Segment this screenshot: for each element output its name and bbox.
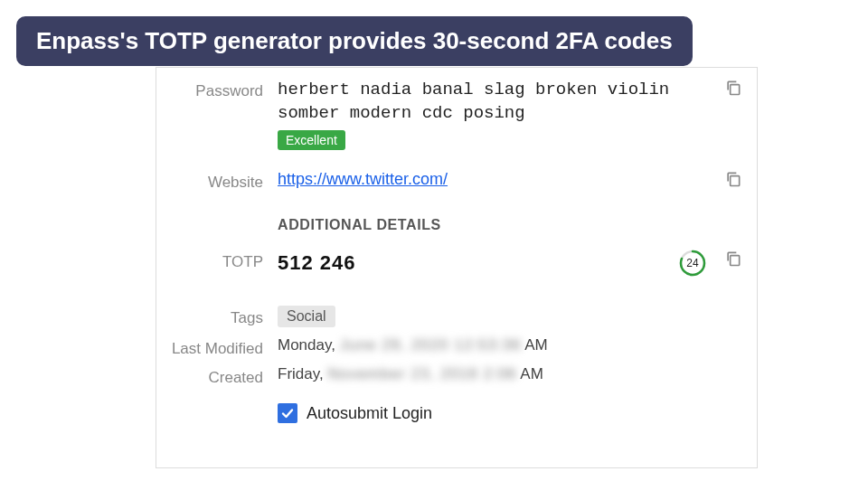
additional-details-section: ADDITIONAL DETAILS [156, 199, 757, 244]
tags-row: Tags Social [156, 300, 757, 333]
tag-chip[interactable]: Social [278, 306, 335, 327]
totp-row: TOTP 512 246 24 [156, 244, 757, 282]
website-row: Website https://www.twitter.com/ [156, 165, 757, 197]
last-modified-obscured: June 29, 2020 12:53:36 [340, 336, 522, 354]
tags-label: Tags [156, 306, 263, 327]
totp-value-col: 512 246 24 [278, 250, 710, 277]
created-value: Friday, November 23, 2018 2:06 AM [278, 365, 710, 383]
autosubmit-checkbox[interactable] [278, 403, 297, 423]
totp-code: 512 246 [278, 251, 356, 275]
password-value-col: herbert nadia banal slag broken violin s… [278, 79, 710, 150]
website-label: Website [156, 170, 263, 192]
strength-badge: Excellent [278, 130, 345, 150]
last-modified-row: Last Modified Monday, June 29, 2020 12:5… [156, 333, 757, 362]
additional-details-heading: ADDITIONAL DETAILS [278, 217, 710, 233]
autosubmit-row: Autosubmit Login [278, 403, 757, 423]
svg-rect-1 [731, 176, 740, 186]
totp-countdown-ring: 24 [679, 250, 706, 277]
item-detail-panel: Password herbert nadia banal slag broken… [156, 67, 758, 468]
password-value: herbert nadia banal slag broken violin s… [278, 79, 710, 125]
password-label: Password [156, 79, 263, 100]
created-label: Created [156, 365, 263, 387]
website-link[interactable]: https://www.twitter.com/ [278, 170, 448, 188]
created-obscured: November 23, 2018 2:06 [327, 365, 516, 383]
last-modified-label: Last Modified [156, 336, 263, 358]
copy-website-icon[interactable] [724, 170, 742, 188]
caption-text: Enpass's TOTP generator provides 30-seco… [36, 27, 673, 54]
svg-rect-0 [731, 85, 740, 95]
website-value-col: https://www.twitter.com/ [278, 170, 710, 189]
svg-rect-4 [731, 256, 740, 266]
copy-password-icon[interactable] [724, 79, 742, 97]
totp-countdown-value: 24 [686, 257, 698, 269]
autosubmit-label: Autosubmit Login [307, 404, 432, 423]
last-modified-value: Monday, June 29, 2020 12:53:36 AM [278, 336, 710, 354]
password-row: Password herbert nadia banal slag broken… [156, 73, 757, 156]
tags-value-col: Social [278, 306, 710, 327]
created-row: Created Friday, November 23, 2018 2:06 A… [156, 362, 757, 391]
copy-totp-icon[interactable] [724, 250, 742, 268]
caption-bar: Enpass's TOTP generator provides 30-seco… [16, 16, 693, 66]
totp-label: TOTP [156, 250, 263, 271]
